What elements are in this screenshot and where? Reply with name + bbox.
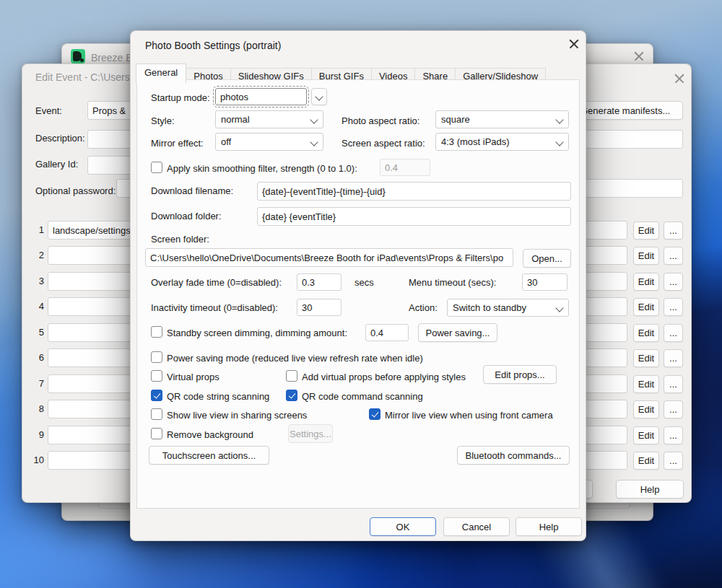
power-saving-button[interactable]: Power saving... [418,323,497,342]
row-8-more-button[interactable]: ... [664,400,683,418]
download-filename-label: Download filename: [151,185,233,196]
bluetooth-commands-button[interactable]: Bluetooth commands... [457,446,570,465]
show-live-view-checkbox[interactable] [151,408,162,420]
row-2-number: 2 [28,250,44,260]
ok-button[interactable]: OK [370,517,436,536]
row-4-edit-button[interactable]: Edit [633,298,659,316]
edit-event-window-title: Edit Event - C:\Users\ [35,71,133,83]
edit-event-help-button[interactable]: Help [616,480,684,499]
event-label: Event: [35,105,62,116]
open-folder-button[interactable]: Open... [523,249,571,268]
breeze-booth-icon [71,49,85,63]
row-2-more-button[interactable]: ... [664,247,683,265]
row-7-more-button[interactable]: ... [664,375,683,393]
qr-command-scanning-checkbox[interactable] [286,390,297,401]
power-saving-mode-checkbox[interactable] [151,351,162,363]
menu-timeout-input[interactable]: 30 [522,273,567,291]
row-9-edit-button[interactable]: Edit [633,426,659,444]
standby-dimming-amount-value: 0.4 [370,328,383,338]
dialog-close-icon[interactable] [568,38,580,50]
photo-aspect-ratio-label: Photo aspect ratio: [342,115,419,126]
action-label: Action: [409,302,438,313]
photo-aspect-ratio-value: square [441,114,470,125]
row-10-edit-button[interactable]: Edit [633,452,659,470]
action-select[interactable]: Switch to standby [447,299,569,317]
row-1-more-button[interactable]: ... [664,221,683,240]
style-value: normal [221,114,250,125]
inactivity-timeout-value: 30 [302,302,312,313]
download-folder-label: Download folder: [151,211,222,221]
cancel-button[interactable]: Cancel [443,517,510,536]
edit-props-button[interactable]: Edit props... [483,365,557,384]
remove-background-settings-button[interactable]: Settings... [288,424,333,443]
row-1-value: landscape/settings [53,225,131,236]
screen-aspect-ratio-select[interactable]: 4:3 (most iPads) [435,133,569,151]
mirror-effect-select[interactable]: off [215,133,323,151]
qr-string-scanning-checkbox[interactable] [151,390,162,401]
skin-smoothing-strength-value: 0.4 [385,162,398,173]
row-2-edit-button[interactable]: Edit [633,247,659,265]
help-button[interactable]: Help [516,517,582,536]
chevron-down-icon [555,115,563,123]
row-3-edit-button[interactable]: Edit [633,273,659,291]
startup-mode-combobox[interactable]: photos [215,88,307,105]
row-5-edit-button[interactable]: Edit [633,324,659,342]
chevron-down-icon [310,138,318,146]
overlay-fade-input[interactable]: 0.3 [297,273,342,291]
touchscreen-actions-button[interactable]: Touchscreen actions... [149,446,269,465]
add-virtual-props-label: Add virtual props before applying styles [302,372,466,382]
menu-timeout-label: Menu timeout (secs): [409,277,496,288]
breeze-booth-icon-dot [80,58,84,62]
row-6-more-button[interactable]: ... [664,349,683,367]
row-8-edit-button[interactable]: Edit [633,400,659,418]
row-6-edit-button[interactable]: Edit [633,349,659,367]
overlay-fade-label: Overlay fade time (0=disabled): [151,277,282,288]
inactivity-timeout-input[interactable]: 30 [297,299,342,316]
tab-general[interactable]: General [136,63,186,83]
remove-background-label: Remove background [167,429,253,440]
row-7-number: 7 [28,378,44,389]
row-1-edit-button[interactable]: Edit [633,221,659,240]
row-5-number: 5 [28,327,44,338]
breeze-close-icon[interactable] [633,51,645,62]
event-field-value: Props & [92,105,126,116]
screen-aspect-ratio-value: 4:3 (most iPads) [441,136,510,147]
screen-folder-path-input[interactable]: C:\Users\hello\OneDrive\Documents\Breeze… [145,248,513,267]
row-5-more-button[interactable]: ... [664,324,683,342]
screen-folder-label: Screen folder: [151,234,209,245]
download-folder-value: {date} {eventTitle} [262,211,336,222]
skin-smoothing-checkbox[interactable] [151,162,162,173]
skin-smoothing-strength-input[interactable]: 0.4 [380,159,430,176]
overlay-fade-value: 0.3 [302,277,315,288]
dialog-title: Photo Booth Settings (portrait) [145,40,281,51]
chevron-down-icon [310,115,318,123]
show-live-view-label: Show live view in sharing screens [167,410,307,421]
screen-aspect-ratio-label: Screen aspect ratio: [342,138,425,149]
virtual-props-checkbox[interactable] [151,370,162,382]
edit-event-close-icon[interactable] [674,73,685,84]
standby-dimming-checkbox[interactable] [151,326,162,338]
row-7-edit-button[interactable]: Edit [633,375,659,393]
style-label: Style: [151,115,175,126]
standby-dimming-amount-input[interactable]: 0.4 [365,324,409,341]
photo-booth-settings-dialog: Photo Booth Settings (portrait) General … [130,30,586,541]
row-10-more-button[interactable]: ... [664,452,683,470]
row-4-more-button[interactable]: ... [664,298,683,316]
row-6-number: 6 [28,352,44,363]
photo-aspect-ratio-select[interactable]: square [435,110,569,128]
download-folder-input[interactable]: {date} {eventTitle} [257,207,571,226]
style-select[interactable]: normal [215,110,323,128]
qr-command-scanning-label: QR code command scanning [302,391,423,402]
row-3-more-button[interactable]: ... [664,273,683,291]
optional-password-label: Optional password: [35,185,116,196]
remove-background-checkbox[interactable] [151,428,162,439]
startup-mode-value: photos [220,92,248,102]
row-8-number: 8 [28,403,44,414]
add-virtual-props-checkbox[interactable] [286,370,297,382]
download-filename-input[interactable]: {date}-{eventTitle}-{time}-{uid} [257,182,571,201]
row-3-number: 3 [28,276,44,286]
row-10-number: 10 [28,455,44,465]
mirror-live-view-checkbox[interactable] [369,408,380,420]
startup-mode-dropdown-button[interactable] [311,88,327,105]
row-9-more-button[interactable]: ... [664,426,683,444]
